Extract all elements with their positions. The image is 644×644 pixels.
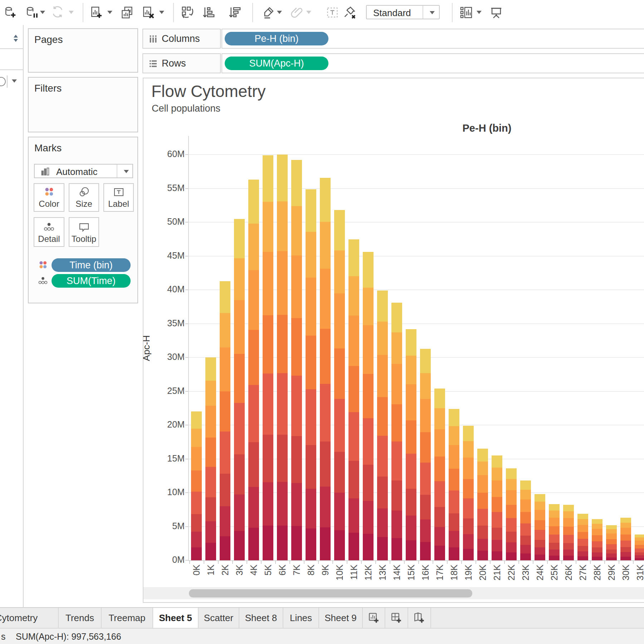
bar-segment[interactable] xyxy=(506,468,517,479)
bar-segment[interactable] xyxy=(191,532,202,547)
bar-segment[interactable] xyxy=(549,511,560,518)
bar-segment[interactable] xyxy=(592,557,602,560)
bar-segment[interactable] xyxy=(449,426,459,445)
bar-segment[interactable] xyxy=(577,539,588,546)
bar-segment[interactable] xyxy=(563,550,574,556)
bar-segment[interactable] xyxy=(592,547,602,552)
bar-segment[interactable] xyxy=(205,357,216,381)
show-mark-labels-icon[interactable] xyxy=(326,6,339,19)
bar-segment[interactable] xyxy=(477,462,488,475)
bar-segment[interactable] xyxy=(606,557,617,560)
bar-segment[interactable] xyxy=(306,528,316,560)
bar-segment[interactable] xyxy=(391,332,402,364)
bar-segment[interactable] xyxy=(549,550,560,556)
bar-segment[interactable] xyxy=(434,408,445,429)
bar-segment[interactable] xyxy=(520,553,531,560)
clear-sheet-icon[interactable] xyxy=(141,6,155,19)
bar-segment[interactable] xyxy=(535,510,545,520)
bar-segment[interactable] xyxy=(263,315,273,374)
bar-segment[interactable] xyxy=(320,329,331,384)
sheet-tab-sheet-9[interactable]: Sheet 9 xyxy=(319,608,363,628)
bar-segment[interactable] xyxy=(291,206,302,255)
bar-segment[interactable] xyxy=(291,483,302,526)
bar-segment[interactable] xyxy=(291,255,302,318)
bar-segment[interactable] xyxy=(234,300,245,354)
bar-segment[interactable] xyxy=(592,541,602,547)
bar-segment[interactable] xyxy=(549,504,560,511)
bar-segment[interactable] xyxy=(520,480,531,490)
rows-pill[interactable]: SUM(Apc-H) xyxy=(225,57,328,70)
bar-segment[interactable] xyxy=(463,549,474,560)
bar-segment[interactable] xyxy=(535,502,545,510)
bar-segment[interactable] xyxy=(205,467,216,497)
bar-segment[interactable] xyxy=(248,487,259,528)
bar-segment[interactable] xyxy=(463,498,474,518)
bar-segment[interactable] xyxy=(406,384,416,420)
fit-selector-caret[interactable] xyxy=(430,11,435,14)
bar-segment[interactable] xyxy=(348,461,359,498)
bar-segment[interactable] xyxy=(492,468,502,480)
bar-segment[interactable] xyxy=(434,481,445,507)
bar-segment[interactable] xyxy=(520,490,531,499)
bar-segment[interactable] xyxy=(306,189,316,232)
tooltip-button[interactable]: Tooltip xyxy=(69,217,99,247)
bar-segment[interactable] xyxy=(263,435,273,482)
bar-segment[interactable] xyxy=(520,545,531,553)
bar-segment[interactable] xyxy=(277,526,288,560)
bar-segment[interactable] xyxy=(506,532,517,542)
bar-segment[interactable] xyxy=(248,224,259,270)
bar-segment[interactable] xyxy=(263,482,273,526)
bar-segment[interactable] xyxy=(263,526,273,560)
bar-segment[interactable] xyxy=(306,389,316,445)
bar-segment[interactable] xyxy=(205,381,216,406)
bar-segment[interactable] xyxy=(263,155,273,202)
bar-segment[interactable] xyxy=(620,528,631,535)
bar-segment[interactable] xyxy=(506,479,517,490)
bar-segment[interactable] xyxy=(291,436,302,483)
fix-axes-icon[interactable] xyxy=(343,6,356,19)
bar-segment[interactable] xyxy=(191,411,202,429)
bar-segment[interactable] xyxy=(248,528,259,560)
bar-segment[interactable] xyxy=(205,438,216,467)
sheet-tab-sheet-8[interactable]: Sheet 8 xyxy=(239,608,283,628)
bar-segment[interactable] xyxy=(191,547,202,560)
bar-segment[interactable] xyxy=(320,441,331,487)
bar-segment[interactable] xyxy=(563,543,574,550)
bar-segment[interactable] xyxy=(363,465,374,501)
bar-segment[interactable] xyxy=(234,531,245,560)
presentation-mode-icon[interactable] xyxy=(489,6,503,19)
bar-segment[interactable] xyxy=(391,441,402,480)
bar-segment[interactable] xyxy=(320,487,331,527)
bar-segment[interactable] xyxy=(291,318,302,376)
bar-segment[interactable] xyxy=(377,291,388,322)
bar-segment[interactable] xyxy=(220,281,230,313)
bar-segment[interactable] xyxy=(549,526,560,535)
bar-segment[interactable] xyxy=(463,534,474,549)
bar-segment[interactable] xyxy=(463,479,474,498)
bar-segment[interactable] xyxy=(248,442,259,487)
bar-segment[interactable] xyxy=(277,155,288,201)
mark-type-caret[interactable] xyxy=(124,170,129,173)
bar-segment[interactable] xyxy=(577,546,588,551)
bar-segment[interactable] xyxy=(549,543,560,550)
pause-auto-updates-icon[interactable] xyxy=(25,6,39,19)
bar-segment[interactable] xyxy=(492,455,502,468)
bar-segment[interactable] xyxy=(635,548,644,552)
bar-segment[interactable] xyxy=(506,542,517,552)
bar-segment[interactable] xyxy=(535,547,545,555)
bar-segment[interactable] xyxy=(248,385,259,442)
data-pane-caret[interactable] xyxy=(12,79,17,83)
bar-segment[interactable] xyxy=(406,329,416,356)
sheet-tab-sheet-5[interactable]: Sheet 5 xyxy=(153,608,199,628)
bar-segment[interactable] xyxy=(577,532,588,539)
bar-segment[interactable] xyxy=(234,454,245,494)
bar-segment[interactable] xyxy=(334,399,345,452)
bar-segment[interactable] xyxy=(620,518,631,523)
sort-descending-icon[interactable] xyxy=(228,6,241,19)
bar-segment[interactable] xyxy=(348,498,359,533)
show-hide-cards-caret[interactable] xyxy=(477,11,482,14)
mark-type-dropdown[interactable]: Automatic xyxy=(34,164,133,178)
size-button[interactable]: Size xyxy=(69,183,99,212)
bar-segment[interactable] xyxy=(348,276,359,316)
bar-segment[interactable] xyxy=(205,543,216,560)
